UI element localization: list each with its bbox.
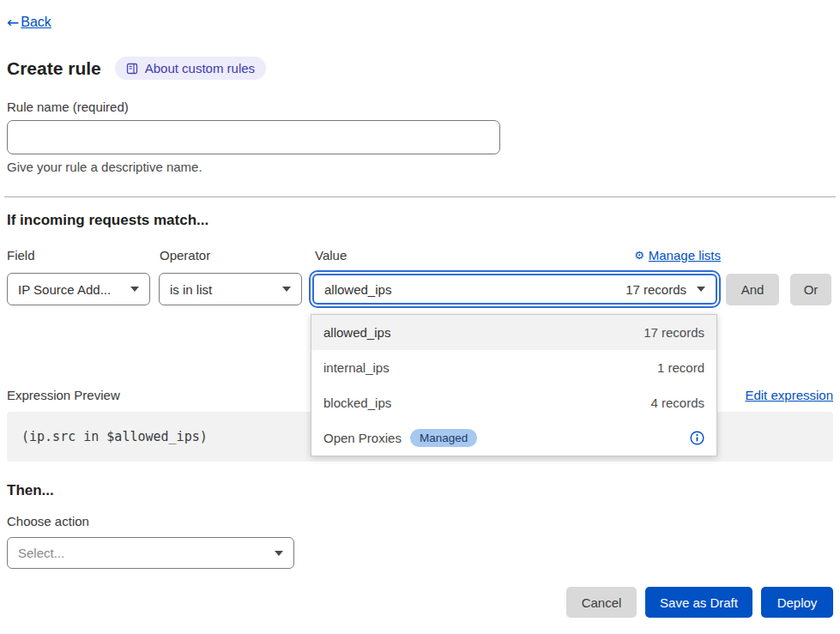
back-arrow-icon: ← bbox=[7, 14, 19, 31]
field-select[interactable]: IP Source Add... bbox=[7, 273, 150, 305]
create-rule-page: ← Back Create rule About custom rules Ru… bbox=[0, 0, 840, 634]
page-title: Create rule bbox=[7, 58, 101, 79]
managed-badge: Managed bbox=[410, 429, 477, 447]
field-select-value: IP Source Add... bbox=[18, 282, 111, 297]
expression-code: (ip.src in $allowed_ips) bbox=[21, 429, 208, 444]
list-name: blocked_ips bbox=[323, 395, 391, 410]
value-label: Value bbox=[315, 248, 347, 263]
gear-icon: ⚙ bbox=[634, 250, 644, 261]
match-section-heading: If incoming requests match... bbox=[7, 212, 208, 229]
edit-expression-link[interactable]: Edit expression bbox=[745, 388, 833, 402]
list-name: Open Proxies bbox=[323, 431, 402, 445]
action-select-placeholder: Select... bbox=[18, 546, 64, 560]
list-record-count: 17 records bbox=[644, 325, 704, 340]
title-row: Create rule About custom rules bbox=[7, 57, 266, 80]
value-select-value: allowed_ips bbox=[324, 282, 391, 297]
list-record-count: 1 record bbox=[657, 360, 704, 375]
dropdown-option-internal-ips[interactable]: internal_ips 1 record bbox=[311, 350, 716, 385]
back-link-label: Back bbox=[21, 15, 51, 30]
then-section-heading: Then... bbox=[7, 482, 54, 499]
list-name: internal_ips bbox=[323, 360, 390, 375]
list-name: allowed_ips bbox=[323, 325, 390, 340]
cancel-button[interactable]: Cancel bbox=[566, 587, 637, 618]
dropdown-option-blocked-ips[interactable]: blocked_ips 4 records bbox=[311, 385, 716, 420]
and-button[interactable]: And bbox=[726, 274, 779, 305]
action-select[interactable]: Select... bbox=[7, 537, 294, 569]
choose-action-label: Choose action bbox=[7, 514, 89, 528]
operator-label: Operator bbox=[160, 248, 210, 263]
info-icon[interactable] bbox=[690, 431, 704, 445]
dropdown-option-allowed-ips[interactable]: allowed_ips 17 records bbox=[311, 315, 716, 350]
chevron-down-icon bbox=[282, 287, 291, 292]
deploy-button[interactable]: Deploy bbox=[761, 587, 833, 618]
chevron-down-icon bbox=[275, 551, 283, 556]
value-dropdown-panel: allowed_ips 17 records internal_ips 1 re… bbox=[311, 314, 717, 456]
about-badge-label: About custom rules bbox=[145, 61, 255, 75]
chevron-down-icon bbox=[130, 287, 139, 292]
manage-lists-label: Manage lists bbox=[649, 248, 721, 263]
list-record-count: 4 records bbox=[650, 395, 704, 410]
dropdown-option-open-proxies[interactable]: Open Proxies Managed bbox=[311, 420, 716, 456]
section-divider bbox=[4, 196, 836, 197]
field-label: Field bbox=[7, 248, 35, 263]
or-button[interactable]: Or bbox=[790, 274, 831, 305]
save-as-draft-button[interactable]: Save as Draft bbox=[645, 587, 752, 618]
operator-select[interactable]: is in list bbox=[159, 273, 302, 305]
rule-name-label: Rule name (required) bbox=[7, 100, 129, 114]
rule-name-help-text: Give your rule a descriptive name. bbox=[7, 160, 202, 174]
operator-select-value: is in list bbox=[170, 282, 212, 297]
rule-name-input[interactable] bbox=[7, 120, 500, 154]
about-custom-rules-link[interactable]: About custom rules bbox=[115, 57, 266, 80]
chevron-down-icon bbox=[697, 287, 705, 292]
manage-lists-link[interactable]: ⚙ Manage lists bbox=[634, 248, 721, 263]
value-select-record-count: 17 records bbox=[625, 282, 686, 297]
value-select[interactable]: allowed_ips 17 records bbox=[312, 274, 717, 305]
expression-preview-label: Expression Preview bbox=[7, 388, 120, 402]
book-icon bbox=[126, 63, 138, 75]
back-link[interactable]: ← Back bbox=[7, 14, 51, 31]
